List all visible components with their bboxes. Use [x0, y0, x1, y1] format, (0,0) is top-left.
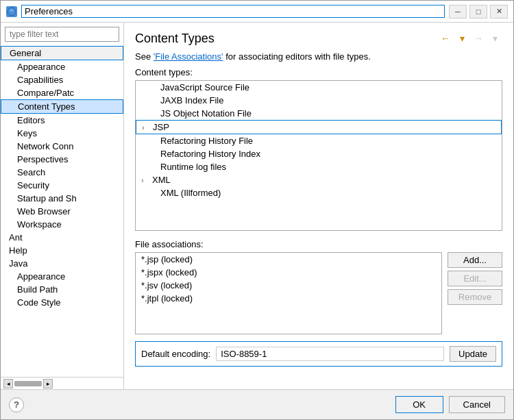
sidebar-item-ant[interactable]: Ant [1, 231, 123, 244]
scroll-left-button[interactable]: ◂ [3, 379, 13, 388]
ct-runtime-log[interactable]: Runtime log files [136, 160, 502, 173]
preferences-window: Preferences ─ □ ✕ General Appearance Cap… [0, 0, 514, 420]
file-associations-section: File associations: *.jsp (locked) *.jspx… [135, 239, 502, 334]
panel-title: Content Types [135, 32, 215, 46]
app-icon [6, 6, 17, 17]
sidebar-item-search[interactable]: Search [1, 166, 123, 179]
content-types-label: Content types: [135, 67, 502, 77]
ct-xml[interactable]: ›XML [136, 173, 502, 186]
fa-buttons: Add... Edit... Remove [448, 252, 502, 334]
content-types-scroll[interactable]: JavaScript Source File JAXB Index File J… [136, 81, 502, 230]
close-button[interactable]: ✕ [490, 5, 508, 18]
update-button[interactable]: Update [450, 346, 496, 362]
ct-xml-illformed[interactable]: XML (Illformed) [136, 186, 502, 199]
sidebar-item-help[interactable]: Help [1, 244, 123, 257]
window-controls: ─ □ ✕ [449, 5, 508, 18]
maximize-button[interactable]: □ [469, 5, 487, 18]
main-content: General Appearance Capabilities Compare/… [1, 23, 513, 389]
sidebar-item-keys[interactable]: Keys [1, 127, 123, 140]
panel-header: Content Types ← ▾ → ▾ [135, 31, 502, 46]
ct-javascript[interactable]: JavaScript Source File [136, 81, 502, 94]
sidebar-scroll-area: General Appearance Capabilities Compare/… [1, 46, 123, 377]
ct-json[interactable]: JS Object Notation File [136, 107, 502, 120]
sidebar-item-appearance[interactable]: Appearance [1, 60, 123, 73]
sidebar-item-editors[interactable]: Editors [1, 114, 123, 127]
file-assoc-list[interactable]: *.jsp (locked) *.jspx (locked) *.jsv (lo… [135, 252, 442, 334]
back-dropdown-button[interactable]: ▾ [454, 31, 469, 46]
fa-item-jspx[interactable]: *.jspx (locked) [136, 266, 441, 279]
add-button[interactable]: Add... [448, 252, 502, 268]
sidebar-item-code-style[interactable]: Code Style [1, 296, 123, 309]
sidebar-item-startup[interactable]: Startup and Sh [1, 192, 123, 205]
file-assoc-row: *.jsp (locked) *.jspx (locked) *.jsv (lo… [135, 252, 502, 334]
sidebar-item-java[interactable]: Java [1, 257, 123, 270]
sidebar-tree: General Appearance Capabilities Compare/… [1, 46, 123, 377]
expand-icon: › [142, 123, 150, 132]
sidebar-item-build-path[interactable]: Build Path [1, 283, 123, 296]
content-panel: Content Types ← ▾ → ▾ See 'File Associat… [124, 23, 513, 389]
encoding-input[interactable] [216, 347, 444, 361]
sidebar-item-workspace[interactable]: Workspace [1, 218, 123, 231]
sidebar-item-capabilities[interactable]: Capabilities [1, 73, 123, 86]
sidebar-item-content-types[interactable]: Content Types [1, 99, 123, 114]
desc-suffix: for associating editors with file types. [223, 51, 371, 62]
panel-description: See 'File Associations' for associating … [135, 51, 502, 62]
fa-item-jtpl[interactable]: *.jtpl (locked) [136, 292, 441, 305]
forward-dropdown-button[interactable]: ▾ [487, 31, 502, 46]
content-types-list: JavaScript Source File JAXB Index File J… [135, 80, 502, 231]
minimize-button[interactable]: ─ [449, 5, 467, 18]
back-button[interactable]: ← [438, 31, 453, 46]
ok-button[interactable]: OK [395, 396, 443, 413]
scroll-thumb-h [14, 381, 42, 386]
fa-item-jsp[interactable]: *.jsp (locked) [136, 253, 441, 266]
sidebar-item-network[interactable]: Network Conn [1, 140, 123, 153]
encoding-label: Default encoding: [141, 349, 210, 359]
cancel-button[interactable]: Cancel [449, 396, 505, 413]
ct-jsp[interactable]: ›JSP [136, 120, 502, 134]
ct-refactoring-index[interactable]: Refactoring History Index [136, 147, 502, 160]
sidebar-item-security[interactable]: Security [1, 179, 123, 192]
file-assoc-label: File associations: [135, 239, 502, 249]
sidebar-item-java-appearance[interactable]: Appearance [1, 270, 123, 283]
title-bar: Preferences ─ □ ✕ [1, 1, 513, 23]
scroll-right-button[interactable]: ▸ [43, 379, 53, 388]
sidebar-hscroll: ◂ ▸ [1, 377, 123, 389]
sidebar-item-general[interactable]: General [1, 46, 123, 60]
bottom-left: ? [9, 397, 24, 412]
bottom-bar: ? OK Cancel [1, 389, 513, 419]
remove-button[interactable]: Remove [448, 289, 502, 305]
expand-icon: › [141, 176, 149, 184]
svg-point-0 [8, 8, 16, 16]
sidebar-item-compare[interactable]: Compare/Patc [1, 86, 123, 99]
search-input[interactable] [5, 27, 119, 42]
desc-prefix: See [135, 51, 154, 62]
ct-refactoring-history[interactable]: Refactoring History File [136, 134, 502, 147]
ct-jaxb[interactable]: JAXB Index File [136, 94, 502, 107]
panel-toolbar: ← ▾ → ▾ [438, 31, 502, 46]
window-title: Preferences [21, 5, 445, 18]
file-associations-link[interactable]: 'File Associations' [154, 51, 223, 62]
encoding-row: Default encoding: Update [135, 341, 502, 367]
bottom-right: OK Cancel [395, 396, 505, 413]
sidebar-item-webbrowser[interactable]: Web Browser [1, 205, 123, 218]
help-button[interactable]: ? [9, 397, 24, 412]
fa-item-jsv[interactable]: *.jsv (locked) [136, 279, 441, 292]
sidebar-item-perspectives[interactable]: Perspectives [1, 153, 123, 166]
forward-button[interactable]: → [471, 31, 486, 46]
edit-button[interactable]: Edit... [448, 271, 502, 286]
sidebar: General Appearance Capabilities Compare/… [1, 23, 124, 389]
